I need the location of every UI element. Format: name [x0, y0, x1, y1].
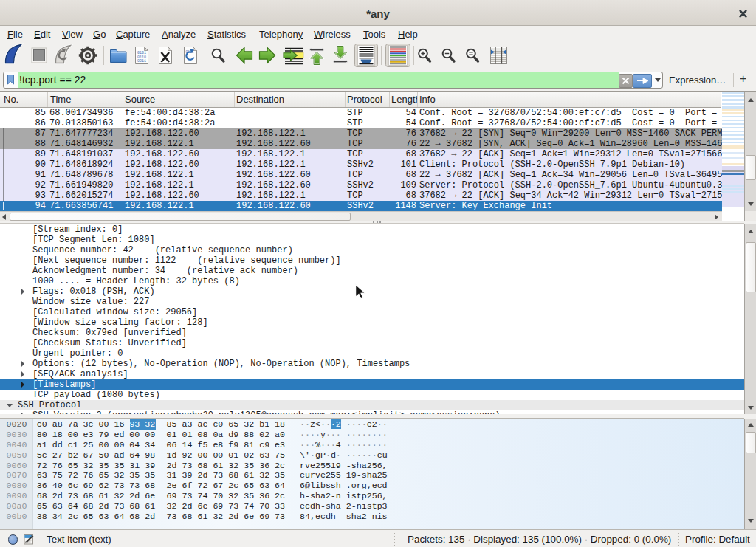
svg-text:0011: 0011	[137, 59, 146, 63]
